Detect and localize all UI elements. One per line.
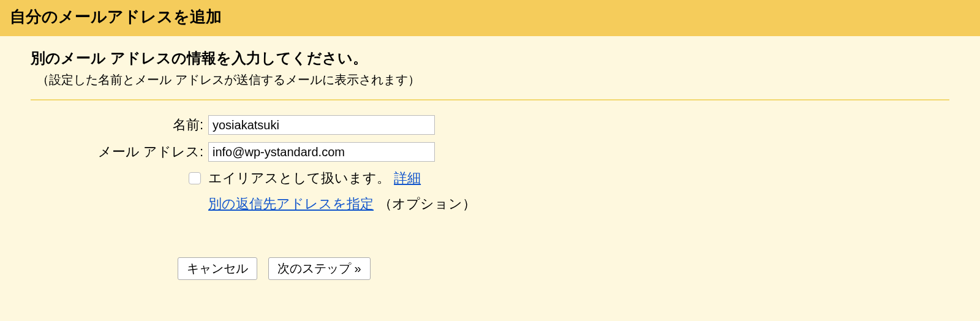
alias-checkbox[interactable] — [189, 172, 201, 184]
cancel-button[interactable]: キャンセル — [178, 257, 257, 280]
section-subtitle: 別のメール アドレスの情報を入力してください。 — [31, 48, 949, 68]
name-input-cell — [208, 115, 949, 135]
dialog-title: 自分のメールアドレスを追加 — [10, 6, 970, 28]
alias-row: エイリアスとして扱います。 詳細 — [31, 169, 949, 187]
next-step-button[interactable]: 次のステップ » — [268, 257, 371, 280]
email-row: メール アドレス: — [31, 142, 949, 162]
section-note: （設定した名前とメール アドレスが送信するメールに表示されます） — [37, 72, 949, 88]
button-row: キャンセル 次のステップ » — [31, 257, 949, 280]
name-label: 名前: — [31, 116, 208, 134]
dialog-content: 別のメール アドレスの情報を入力してください。 （設定した名前とメール アドレス… — [0, 36, 980, 292]
email-input-cell — [208, 142, 949, 162]
form-area: 名前: メール アドレス: エイリアスとして扱います。 詳細 別の返信先アドレス… — [31, 100, 949, 280]
reply-to-link[interactable]: 別の返信先アドレスを指定 — [208, 196, 374, 211]
alias-label-text: エイリアスとして扱います。 — [208, 170, 390, 186]
reply-to-option: （オプション） — [379, 196, 476, 211]
name-row: 名前: — [31, 115, 949, 135]
email-input[interactable] — [208, 142, 435, 162]
dialog-header: 自分のメールアドレスを追加 — [0, 0, 980, 36]
email-label: メール アドレス: — [31, 143, 208, 161]
reply-to-row: 別の返信先アドレスを指定 （オプション） — [31, 195, 949, 213]
alias-label: エイリアスとして扱います。 詳細 — [208, 169, 421, 187]
alias-detail-link[interactable]: 詳細 — [394, 170, 421, 186]
name-input[interactable] — [208, 115, 435, 135]
